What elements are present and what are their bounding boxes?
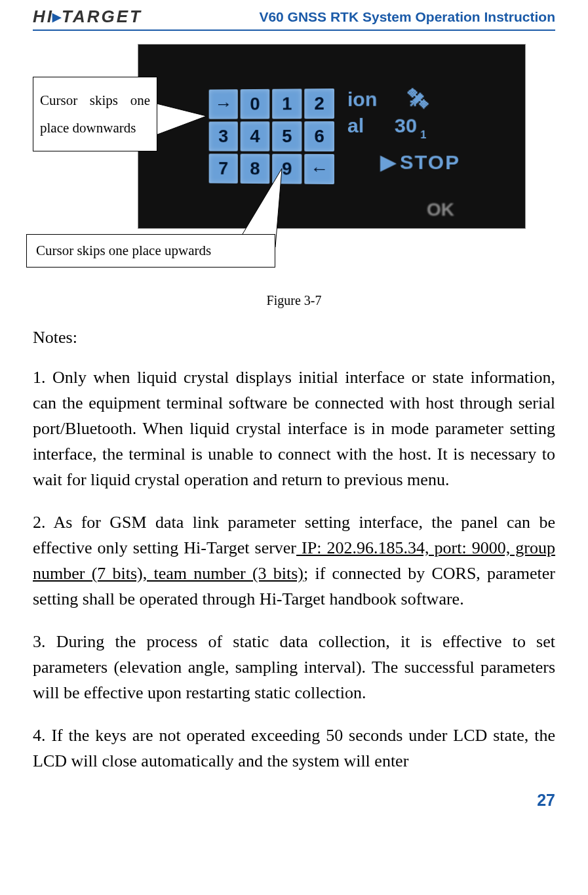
key-7: 7 (209, 153, 238, 183)
satellite-icon: 🛰 (408, 88, 428, 111)
note-1: 1. Only when liquid crystal displays ini… (33, 365, 555, 492)
figure-block: → 0 1 2 3 4 5 6 7 8 9 ← ion 🛰 (33, 44, 555, 287)
callout-downwards: Cursor skips one place downwards (33, 77, 157, 151)
play-arrow-icon: ▶ (380, 150, 395, 173)
notes-heading: Notes: (33, 328, 555, 348)
key-3: 3 (209, 121, 238, 151)
key-left-arrow-icon: ← (304, 154, 334, 184)
key-right-arrow-icon: → (209, 89, 238, 119)
figure-caption: Figure 3-7 (33, 293, 555, 308)
ok-indicator: OK (427, 199, 454, 220)
callout-upwards: Cursor skips one place upwards (26, 234, 275, 268)
svg-marker-0 (154, 103, 206, 136)
status-stop: STOP (400, 151, 460, 174)
key-1: 1 (272, 89, 302, 119)
page-number: 27 (33, 791, 555, 810)
key-0: 0 (241, 89, 270, 119)
key-6: 6 (304, 121, 334, 151)
lcd-status-column: ion 🛰 al 30 1 ▶ STOP (347, 87, 460, 185)
note-2: 2. As for GSM data link parameter settin… (33, 509, 555, 612)
page-header: HI▸TARGET V60 GNSS RTK System Operation … (33, 0, 555, 31)
status-1: 1 (420, 129, 426, 141)
note-4: 4. If the keys are not operated exceedin… (33, 723, 555, 774)
callout-pointer-1-icon (154, 103, 206, 142)
status-al: al (347, 115, 364, 137)
key-5: 5 (272, 121, 302, 151)
status-30: 30 (395, 115, 417, 136)
key-4: 4 (241, 121, 270, 151)
brand-logo: HI▸TARGET (33, 7, 142, 27)
key-2: 2 (304, 89, 334, 119)
logo-text-right: TARGET (62, 7, 142, 26)
status-ion: ion (347, 88, 377, 110)
callout-1-line-1: Cursor skips one (40, 87, 150, 114)
document-title: V60 GNSS RTK System Operation Instructio… (259, 9, 555, 25)
logo-text-left: HI (33, 7, 54, 26)
callout-1-line-2: place downwards (40, 114, 150, 142)
note-3: 3. During the process of static data col… (33, 629, 555, 706)
